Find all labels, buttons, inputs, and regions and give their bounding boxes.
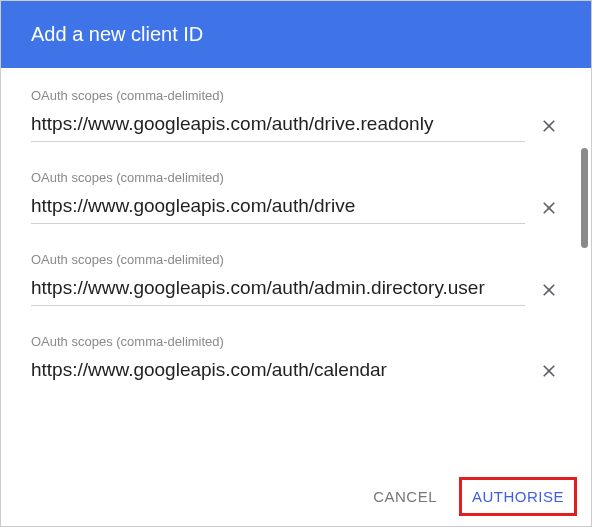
scope-field-group: OAuth scopes (comma-delimited) <box>31 334 561 387</box>
dialog-footer: CANCEL AUTHORISE <box>1 466 591 526</box>
clear-button[interactable] <box>537 278 561 302</box>
scope-field-label: OAuth scopes (comma-delimited) <box>31 252 561 267</box>
dialog-title: Add a new client ID <box>31 23 203 45</box>
close-icon <box>539 361 559 381</box>
close-icon <box>539 280 559 300</box>
scope-input[interactable] <box>31 355 525 387</box>
scope-field-row <box>31 273 561 306</box>
scope-field-row <box>31 109 561 142</box>
scope-field-group: OAuth scopes (comma-delimited) <box>31 170 561 224</box>
scope-field-label: OAuth scopes (comma-delimited) <box>31 88 561 103</box>
scope-field-label: OAuth scopes (comma-delimited) <box>31 170 561 185</box>
close-icon <box>539 198 559 218</box>
scope-input[interactable] <box>31 109 525 142</box>
scope-field-row <box>31 355 561 387</box>
scope-field-group: OAuth scopes (comma-delimited) <box>31 252 561 306</box>
cancel-button[interactable]: CANCEL <box>359 478 451 515</box>
scope-input[interactable] <box>31 273 525 306</box>
clear-button[interactable] <box>537 114 561 138</box>
authorise-button[interactable]: AUTHORISE <box>459 477 577 516</box>
dialog-header: Add a new client ID <box>1 1 591 68</box>
content-area: OAuth scopes (comma-delimited) OAuth sco… <box>1 68 591 466</box>
content-wrapper: OAuth scopes (comma-delimited) OAuth sco… <box>1 68 591 466</box>
scrollbar-thumb[interactable] <box>581 148 588 248</box>
scope-input[interactable] <box>31 191 525 224</box>
close-icon <box>539 116 559 136</box>
scope-field-row <box>31 191 561 224</box>
scope-field-group: OAuth scopes (comma-delimited) <box>31 88 561 142</box>
clear-button[interactable] <box>537 359 561 383</box>
scope-field-label: OAuth scopes (comma-delimited) <box>31 334 561 349</box>
clear-button[interactable] <box>537 196 561 220</box>
